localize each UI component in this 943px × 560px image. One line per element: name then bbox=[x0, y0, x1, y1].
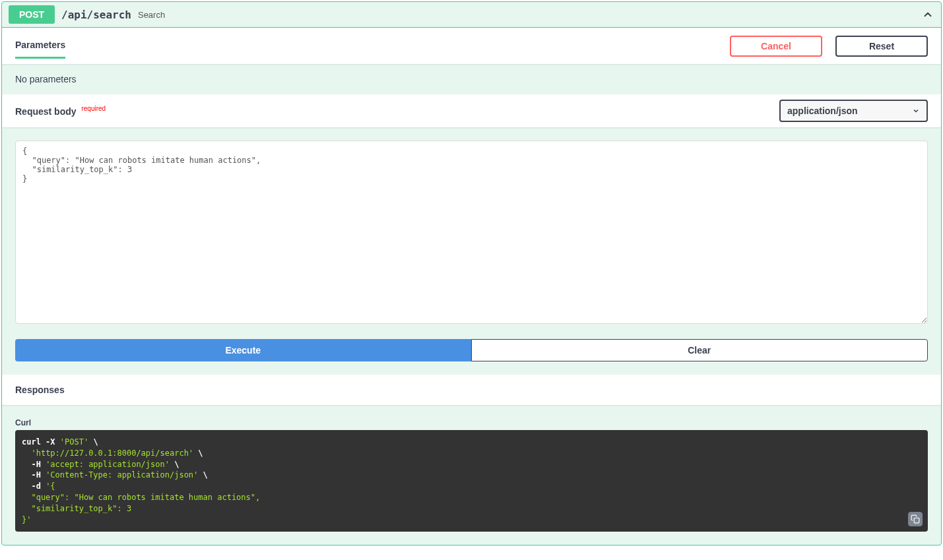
clear-button[interactable]: Clear bbox=[471, 339, 928, 361]
copy-icon[interactable] bbox=[908, 512, 923, 526]
content-type-select[interactable]: application/json bbox=[779, 100, 928, 122]
request-body-label: Request body bbox=[15, 106, 77, 117]
operation-summary[interactable]: POST /api/search Search bbox=[2, 2, 941, 28]
parameters-header: Parameters Cancel Reset bbox=[2, 28, 941, 64]
request-body-textarea[interactable] bbox=[15, 140, 928, 324]
responses-header: Responses bbox=[2, 375, 941, 405]
endpoint-path: /api/search bbox=[61, 9, 131, 21]
svg-rect-0 bbox=[914, 518, 919, 524]
cancel-button[interactable]: Cancel bbox=[730, 36, 822, 57]
reset-button[interactable]: Reset bbox=[835, 36, 928, 57]
chevron-up-icon[interactable] bbox=[921, 8, 934, 21]
parameters-empty-text: No parameters bbox=[2, 64, 941, 94]
curl-code-block: curl -X 'POST' \ 'http://127.0.0.1:8000/… bbox=[15, 430, 928, 532]
execute-row: Execute Clear bbox=[2, 339, 941, 375]
parameters-tab[interactable]: Parameters bbox=[15, 33, 65, 59]
execute-button[interactable]: Execute bbox=[15, 339, 471, 361]
endpoint-description: Search bbox=[138, 10, 165, 20]
curl-label: Curl bbox=[15, 418, 928, 427]
api-operation-block: POST /api/search Search Parameters Cance… bbox=[1, 1, 942, 545]
request-body-editor-wrap bbox=[2, 127, 941, 339]
request-body-header: Request body required application/json bbox=[2, 94, 941, 127]
http-method-badge: POST bbox=[9, 5, 55, 24]
responses-body: Curl curl -X 'POST' \ 'http://127.0.0.1:… bbox=[2, 405, 941, 545]
required-badge: required bbox=[81, 105, 106, 112]
curl-command: curl -X 'POST' \ 'http://127.0.0.1:8000/… bbox=[22, 437, 921, 525]
